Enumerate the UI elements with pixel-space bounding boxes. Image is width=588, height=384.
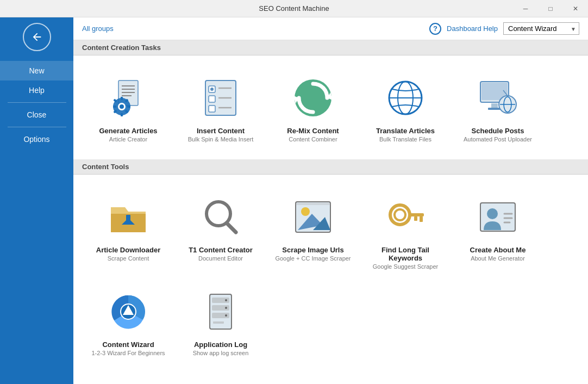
t1-content-creator-sublabel: Document Editor [198, 255, 243, 262]
svg-rect-22 [209, 106, 215, 112]
window-title: SEO Content Machine [259, 4, 329, 13]
application-log-icon [196, 287, 245, 336]
schedule-posts-card[interactable]: Schedule Posts Automated Post Uploader [452, 64, 544, 151]
scrape-image-urls-label: Scrape Image Urls [282, 246, 343, 254]
sidebar-divider [8, 102, 66, 103]
section-header-tools: Content Tools [73, 159, 588, 175]
article-downloader-icon [104, 193, 153, 241]
find-keywords-card[interactable]: Find Long Tail Keywords Google Suggest S… [359, 183, 452, 278]
generate-articles-card[interactable]: Generate Articles Article Creator [82, 64, 174, 151]
topbar-right: ? Dashboard Help Content Wizard Article … [429, 22, 579, 35]
back-button[interactable] [23, 23, 51, 51]
window-controls: ─ □ ✕ [513, 0, 588, 17]
sidebar-item-help[interactable]: Help [0, 80, 73, 100]
remix-content-sublabel: Content Combiner [289, 136, 337, 143]
generate-articles-sublabel: Article Creator [109, 136, 147, 143]
insert-content-sublabel: Bulk Spin & Media Insert [188, 136, 253, 143]
schedule-posts-icon [473, 73, 522, 122]
svg-rect-20 [209, 96, 215, 102]
svg-rect-39 [126, 215, 130, 222]
view-dropdown[interactable]: Content Wizard Article Creator Content T… [503, 22, 579, 35]
create-about-me-card[interactable]: Create About Me About Me Generator [452, 183, 544, 278]
dashboard-help-link[interactable]: Dashboard Help [447, 24, 498, 33]
svg-rect-51 [414, 216, 417, 221]
svg-rect-10 [127, 106, 130, 108]
svg-rect-50 [420, 216, 423, 222]
content-tools-grid: Article Downloader Scrape Content T1 Con… [73, 175, 588, 373]
help-circle-icon[interactable]: ? [429, 23, 441, 35]
t1-content-creator-icon [196, 193, 245, 241]
insert-content-card[interactable]: Insert Content Bulk Spin & Media Insert [174, 64, 267, 151]
svg-rect-32 [491, 103, 498, 108]
content-wizard-card[interactable]: Content Wizard 1-2-3 Wizard For Beginner… [82, 278, 174, 364]
t1-content-creator-card[interactable]: T1 Content Creator Document Editor [174, 183, 267, 278]
creation-tasks-grid: Generate Articles Article Creator [73, 55, 588, 159]
svg-point-64 [225, 299, 227, 301]
create-about-me-icon [473, 193, 522, 241]
sidebar-item-close[interactable]: Close [0, 105, 73, 125]
sidebar-nav: New Help Close Options [0, 61, 73, 149]
minimize-button[interactable]: ─ [513, 0, 538, 17]
svg-point-66 [225, 314, 227, 317]
remix-content-card[interactable]: Re-Mix Content Content Combiner [267, 64, 359, 151]
svg-rect-8 [121, 97, 123, 100]
sidebar-divider-2 [8, 127, 66, 127]
schedule-posts-sublabel: Automated Post Uploader [464, 136, 532, 143]
svg-rect-49 [409, 213, 424, 216]
generate-articles-label: Generate Articles [99, 127, 157, 135]
svg-point-48 [395, 209, 405, 220]
svg-rect-9 [121, 113, 123, 116]
svg-point-18 [210, 88, 214, 91]
application-log-sublabel: Show app log screen [193, 350, 249, 356]
translate-articles-icon [381, 73, 430, 122]
app-container: New Help Close Options All groups ? Das [0, 17, 588, 384]
scrape-image-urls-sublabel: Google + CC Image Scraper [275, 255, 351, 262]
insert-content-icon [196, 73, 245, 122]
find-keywords-sublabel: Google Suggest Scraper [373, 263, 438, 270]
main-content: All groups ? Dashboard Help Content Wiza… [73, 17, 588, 384]
application-log-card[interactable]: Application Log Show app log screen [174, 278, 267, 364]
svg-line-41 [227, 224, 236, 232]
sidebar: New Help Close Options [0, 17, 73, 384]
find-keywords-label: Find Long Tail Keywords [365, 246, 446, 262]
back-icon [31, 31, 43, 43]
svg-point-43 [301, 207, 310, 216]
view-dropdown-wrapper: Content Wizard Article Creator Content T… [503, 22, 579, 35]
remix-content-icon [289, 73, 337, 122]
create-about-me-label: Create About Me [470, 246, 526, 254]
create-about-me-sublabel: About Me Generator [471, 255, 525, 262]
close-button[interactable]: ✕ [563, 0, 588, 17]
schedule-posts-label: Schedule Posts [472, 127, 524, 135]
application-log-label: Application Log [194, 340, 247, 349]
article-downloader-card[interactable]: Article Downloader Scrape Content [82, 183, 174, 278]
maximize-button[interactable]: □ [538, 0, 563, 17]
scrape-image-urls-card[interactable]: Scrape Image Urls Google + CC Image Scra… [267, 183, 359, 278]
remix-content-label: Re-Mix Content [287, 127, 339, 135]
t1-content-creator-label: T1 Content Creator [189, 246, 253, 254]
insert-content-label: Insert Content [197, 127, 245, 135]
svg-rect-11 [113, 106, 116, 108]
content-wizard-icon [104, 287, 153, 336]
article-downloader-label: Article Downloader [96, 246, 160, 254]
svg-rect-46 [296, 203, 330, 205]
generate-articles-icon [104, 73, 153, 122]
sidebar-item-options[interactable]: Options [0, 129, 73, 149]
svg-point-47 [390, 205, 410, 225]
svg-point-65 [225, 307, 227, 309]
translate-articles-sublabel: Bulk Translate Files [379, 136, 431, 143]
content-wizard-sublabel: 1-2-3 Wizard For Beginners [91, 350, 165, 356]
scrape-image-urls-icon [289, 193, 337, 241]
svg-rect-67 [213, 321, 224, 324]
translate-articles-label: Translate Articles [376, 127, 435, 135]
find-keywords-icon [381, 193, 430, 241]
titlebar: SEO Content Machine ─ □ ✕ [0, 0, 588, 17]
section-header-creation: Content Creation Tasks [73, 40, 588, 55]
svg-point-7 [120, 104, 124, 109]
topbar: All groups ? Dashboard Help Content Wiza… [73, 17, 588, 40]
translate-articles-card[interactable]: Translate Articles Bulk Translate Files [359, 64, 452, 151]
content-wizard-label: Content Wizard [102, 340, 154, 349]
svg-point-53 [487, 208, 498, 219]
sidebar-item-new[interactable]: New [0, 61, 73, 80]
article-downloader-sublabel: Scrape Content [108, 255, 149, 262]
all-groups-link[interactable]: All groups [82, 24, 429, 33]
